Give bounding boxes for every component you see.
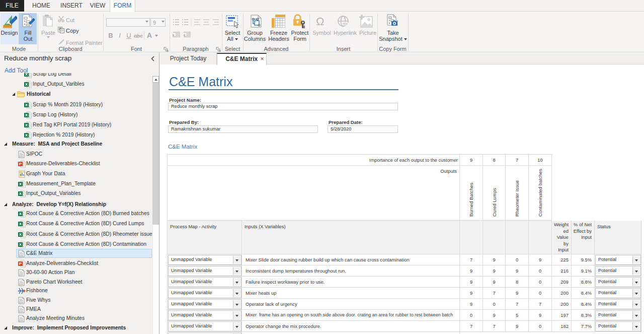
svg-text:X: X [25, 73, 28, 77]
svg-text:X: X [19, 232, 22, 237]
svg-text:X: X [19, 191, 22, 196]
svg-text:X: X [25, 103, 28, 107]
svg-text:X: X [25, 133, 28, 138]
svg-text:X: X [19, 182, 22, 186]
svg-text:X: X [25, 82, 28, 87]
svg-text:X: X [19, 222, 22, 226]
svg-text:X: X [19, 242, 22, 247]
svg-text:X: X [25, 113, 28, 117]
svg-text:X: X [25, 123, 28, 127]
svg-text:P: P [19, 261, 22, 266]
svg-text:P: P [19, 162, 22, 166]
svg-text:X: X [19, 212, 22, 216]
